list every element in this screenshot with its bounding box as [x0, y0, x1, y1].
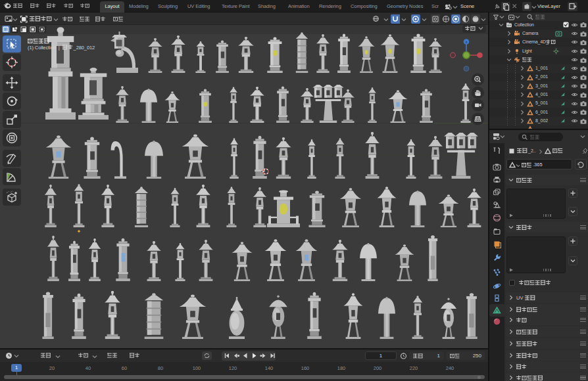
- svg-text:z: z: [466, 40, 468, 44]
